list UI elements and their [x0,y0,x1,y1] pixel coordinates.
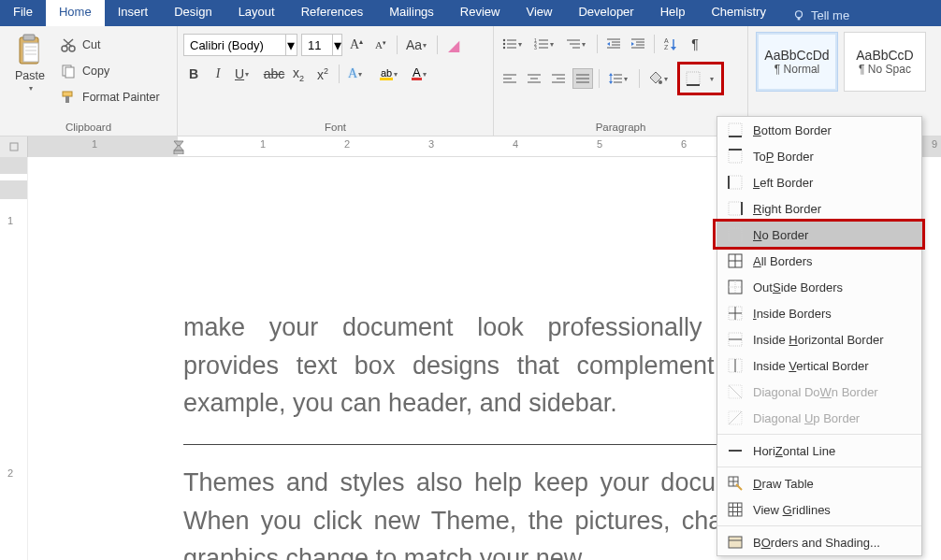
tab-chemistry[interactable]: Chemistry [698,0,779,26]
menu-separator [717,434,921,435]
font-name-combo[interactable]: ▾ [183,34,297,56]
align-center-button[interactable] [524,68,544,89]
increase-indent-button[interactable] [628,34,648,54]
decrease-indent-button[interactable] [603,34,624,54]
paste-dropdown-icon[interactable]: ▾ [29,84,33,93]
tab-layout[interactable]: Layout [225,0,288,26]
change-case-button[interactable]: Aa▾ [403,35,431,55]
outdent-icon [606,37,621,50]
menu-all-borders[interactable]: All Borders [717,248,921,274]
copy-button[interactable]: Copy [60,60,160,82]
tab-design[interactable]: Design [161,0,224,26]
menu-label: Diagonal Up Border [753,411,860,425]
bold-button[interactable]: B [183,64,204,84]
tab-developer[interactable]: Developer [565,0,646,26]
show-hide-marks-button[interactable]: ¶ [685,34,705,54]
outside-borders-icon [727,279,744,295]
tab-references[interactable]: References [288,0,376,26]
menu-label: All Borders [753,254,813,268]
paste-icon [16,34,44,67]
align-left-button[interactable] [499,68,520,89]
sort-button[interactable]: AZ [660,34,681,54]
menu-borders-and-shading[interactable]: BOrders and Shading... [717,529,921,555]
font-color-button[interactable]: A▾ [409,64,437,84]
all-borders-icon [727,252,744,269]
vertical-ruler[interactable]: 1 2 [0,157,28,560]
group-font: ▾ ▾ A▴ A▾ Aa▾ ◢ B I U▾ abc x2 x2 [178,26,494,136]
borders-dropdown-button[interactable]: ▾ [704,68,717,89]
tab-home[interactable]: Home [46,0,105,26]
superscript-button[interactable]: x2 [312,64,333,84]
menu-horizontal-line[interactable]: HoriZontal Line [717,438,921,464]
menu-inside-vertical-border[interactable]: Inside Vertical Border [717,352,921,379]
scissors-icon [60,36,77,53]
svg-rect-101 [729,503,742,516]
cut-button[interactable]: Cut [60,34,160,56]
tab-mailings[interactable]: Mailings [376,0,447,26]
menu-no-border[interactable]: No Border [717,222,921,248]
style-no-spacing[interactable]: AaBbCcD ¶ No Spac [844,32,926,92]
shading-button[interactable]: ▾ [645,68,673,89]
menu-inside-borders[interactable]: Inside Borders [717,300,921,326]
numbering-button[interactable]: 123▾ [531,34,559,54]
vruler-number: 1 [7,215,13,226]
clear-formatting-button[interactable]: ◢ [443,35,464,55]
menu-diagonal-up-border: Diagonal Up Border [717,405,921,431]
align-justify-button[interactable] [572,68,593,89]
highlight-button[interactable]: ab▾ [377,64,405,84]
font-name-input[interactable] [184,38,285,52]
separator [654,35,655,53]
menu-top-border[interactable]: ToP Border [717,143,921,169]
align-right-button[interactable] [548,68,569,89]
subscript-button[interactable]: x2 [288,64,309,84]
ruler-toggle-icon[interactable] [9,142,19,151]
style-normal[interactable]: AaBbCcDd ¶ Normal [756,32,838,92]
lightbulb-icon [792,9,805,22]
line-spacing-button[interactable]: ▾ [605,68,633,89]
menu-right-border[interactable]: Right Border [717,195,921,222]
bullets-button[interactable]: ▾ [499,34,528,54]
increase-font-button[interactable]: A▴ [346,35,367,55]
align-center-icon [527,73,542,84]
svg-point-18 [503,43,505,45]
menu-outside-borders[interactable]: OutSide Borders [717,274,921,300]
tab-file[interactable]: File [0,0,46,26]
menu-draw-table[interactable]: Draw Table [717,470,921,496]
borders-button[interactable] [684,68,702,89]
font-size-combo[interactable]: ▾ [301,34,342,56]
font-size-input[interactable] [302,38,332,52]
tab-help[interactable]: Help [647,0,699,26]
text-effects-button[interactable]: A▾ [345,64,373,84]
decrease-font-button[interactable]: A▾ [370,35,391,55]
indent-marker-icon[interactable] [173,137,184,154]
italic-button[interactable]: I [208,64,228,84]
font-name-dropdown-icon[interactable]: ▾ [285,35,297,55]
svg-rect-13 [65,67,74,78]
menu-bottom-border[interactable]: Bottom Border [717,117,921,143]
right-border-icon [727,200,744,217]
svg-point-16 [503,39,505,41]
borders-button-highlight: ▾ [677,62,724,95]
separator [599,69,600,88]
tell-me[interactable]: Tell me [779,0,862,26]
menu-left-border[interactable]: Left Border [717,169,921,195]
multilevel-list-button[interactable]: ▾ [563,34,591,54]
paste-button[interactable]: Paste ▾ [6,30,54,114]
separator [339,65,340,83]
format-painter-button[interactable]: Format Painter [60,86,160,108]
bullets-icon [502,37,517,50]
menu-label: HoriZontal Line [753,444,835,458]
horizontal-line-icon [727,442,744,459]
tab-view[interactable]: View [513,0,565,26]
tab-insert[interactable]: Insert [105,0,162,26]
left-border-icon [727,174,744,191]
copy-icon [60,63,77,79]
indent-icon [630,37,645,50]
menu-inside-horizontal-border[interactable]: Inside Horizontal Border [717,326,921,352]
svg-text:A: A [664,37,669,44]
underline-button[interactable]: U▾ [232,64,260,84]
strikethrough-button[interactable]: abc [264,64,284,84]
font-size-dropdown-icon[interactable]: ▾ [332,35,341,55]
tab-review[interactable]: Review [447,0,514,26]
menu-view-gridlines[interactable]: View Gridlines [717,496,921,523]
